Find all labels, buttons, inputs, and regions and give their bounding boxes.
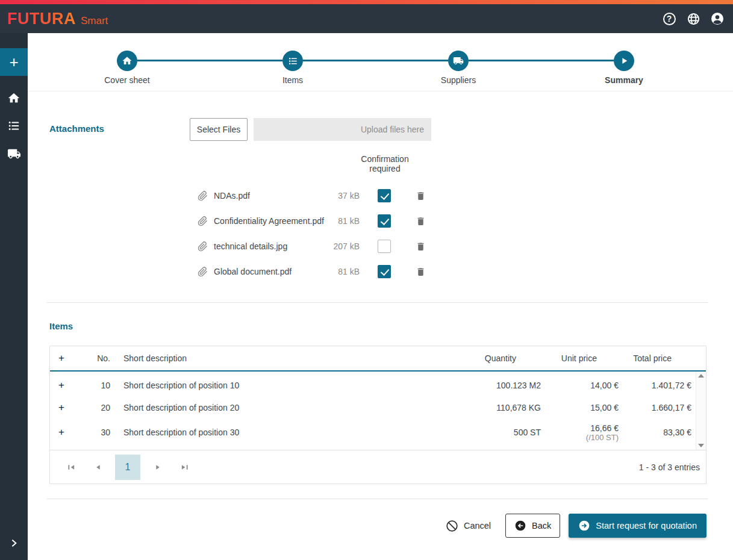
sidebar-item-items[interactable] [0,112,28,140]
item-total-price: 1.660,17 € [623,403,696,412]
unit-price-note: (/100 ST) [545,433,619,442]
wizard-stepper: Cover sheet Items Suppliers Summary [28,33,733,92]
item-total-price: 83,30 € [623,428,696,437]
item-unit-price: 14,00 € [545,381,623,390]
home-icon [117,51,137,71]
confirmation-checkbox[interactable] [378,214,391,228]
column-header-quantity: Quantity [443,353,545,363]
truck-icon [448,51,469,71]
next-page-button[interactable] [149,464,167,471]
delete-attachment-icon[interactable] [416,216,426,227]
items-table-header: + No. Short description Quantity Unit pr… [50,346,706,372]
attachment-size: 81 kB [328,216,360,226]
item-unit-price: 15,00 € [545,403,623,412]
expand-all-button[interactable]: + [50,352,74,364]
item-description: Short description of position 30 [110,428,443,437]
item-row: + 10 Short description of position 10 10… [50,374,696,396]
upload-dropzone[interactable]: Upload files here [254,118,431,141]
sidebar: + [0,33,28,560]
item-no: 20 [74,403,110,412]
confirmation-checkbox[interactable] [378,265,391,278]
stepper-step-label: Suppliers [416,75,501,85]
column-header-description: Short description [110,353,443,363]
item-quantity: 500 ST [443,428,545,437]
table-pagination: 1 1 - 3 of 3 entries [50,450,706,484]
table-scrollbar[interactable] [696,372,706,450]
start-request-button[interactable]: Start request for quotation [569,514,706,538]
expand-row-button[interactable]: + [58,426,64,438]
stepper-step-suppliers[interactable]: Suppliers [416,51,501,85]
attachment-size: 81 kB [328,267,360,276]
items-table: + No. Short description Quantity Unit pr… [49,346,706,484]
app-header: FUTURA Smart ? [0,4,733,33]
cancel-icon [446,520,458,532]
item-row: + 20 Short description of position 20 11… [50,396,696,418]
stepper-step-items[interactable]: Items [251,51,335,85]
pagination-summary: 1 - 3 of 3 entries [639,462,700,472]
attachment-row: technical details.jpg 207 kB [198,234,706,259]
stepper-step-summary[interactable]: Summary [582,51,666,85]
attachments-title: Attachments [49,123,190,134]
back-label: Back [532,521,551,530]
select-files-button[interactable]: Select Files [190,118,248,141]
item-description: Short description of position 10 [110,381,443,390]
cancel-label: Cancel [464,521,491,530]
attachment-name: Confidentiality Agreement.pdf [214,216,328,226]
sidebar-expand-button[interactable] [0,531,28,555]
back-button[interactable]: Back [505,514,560,538]
scroll-down-icon[interactable] [698,444,704,447]
sidebar-item-home[interactable] [0,84,28,112]
last-page-button[interactable] [175,464,193,471]
play-icon [614,51,634,71]
brand-accent-strip [0,0,733,4]
attachment-name: technical details.jpg [214,241,328,251]
item-no: 30 [74,428,110,437]
delete-attachment-icon[interactable] [416,190,426,202]
paperclip-icon [198,191,214,201]
confirmation-checkbox[interactable] [378,189,391,202]
home-icon [7,92,20,105]
footer-actions: Cancel Back Start request for quotation [28,514,733,538]
attachment-row: Global document.pdf 81 kB [198,259,706,284]
paperclip-icon [198,216,214,226]
start-request-label: Start request for quotation [596,521,697,530]
language-globe-icon[interactable] [686,11,700,26]
first-page-button[interactable] [62,464,80,471]
page-number-button[interactable]: 1 [115,455,140,480]
sidebar-item-suppliers[interactable] [0,140,28,167]
attachment-size: 207 kB [328,241,360,251]
section-divider [47,302,708,303]
item-quantity: 110,678 KG [443,403,545,412]
items-section: Items + No. Short description Quantity U… [28,321,733,484]
expand-row-button[interactable]: + [58,379,64,391]
confirmation-required-header: Confirmation required [349,154,421,173]
item-quantity: 100.123 M2 [443,381,545,390]
stepper-step-cover-sheet[interactable]: Cover sheet [85,51,169,85]
previous-page-button[interactable] [89,464,107,471]
logo-text: FUTURA [7,10,76,28]
help-icon[interactable]: ? [662,11,676,26]
app-logo: FUTURA Smart [7,10,108,28]
account-icon[interactable] [710,11,725,26]
expand-row-button[interactable]: + [58,402,64,413]
attachment-name: NDAs.pdf [214,191,328,201]
delete-attachment-icon[interactable] [416,266,426,278]
forward-arrow-icon [578,520,590,532]
column-header-unit-price: Unit price [545,353,623,363]
attachment-size: 37 kB [328,191,360,201]
confirmation-checkbox[interactable] [378,240,391,253]
cancel-button[interactable]: Cancel [440,514,497,538]
attachment-name: Global document.pdf [214,267,328,276]
stepper-step-label: Summary [582,75,666,85]
scroll-up-icon[interactable] [698,374,704,378]
attachment-row: Confidentiality Agreement.pdf 81 kB [198,208,706,234]
delete-attachment-icon[interactable] [416,241,426,252]
item-unit-price: 16,66 €(/100 ST) [545,423,623,442]
paperclip-icon [198,241,214,252]
section-divider [47,499,708,499]
truck-icon [7,147,21,161]
paperclip-icon [198,267,214,277]
create-new-button[interactable]: + [0,48,28,76]
item-no: 10 [74,381,110,390]
stepper-step-label: Cover sheet [85,75,169,85]
